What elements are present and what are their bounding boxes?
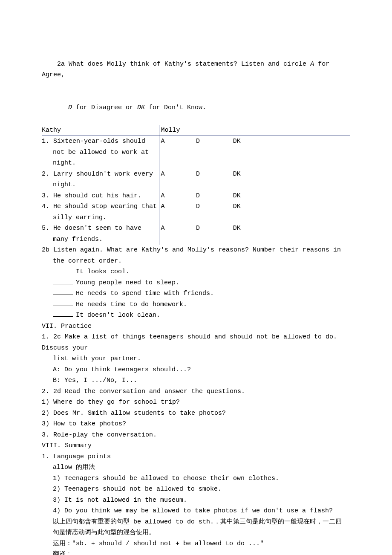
section-2a-intro-line2: D for Disagree or DK for Don't Know. [42, 91, 350, 124]
fill-blank[interactable] [53, 284, 73, 284]
kathy-statement: 4. He should stop wearing that silly ear… [42, 201, 159, 223]
blank-item: It doesn't look clean. [42, 310, 350, 321]
table-row: 1. Sixteen-year-olds should not be allow… [42, 136, 350, 169]
choice-D: D [196, 136, 233, 169]
letter-DK: DK [137, 104, 145, 111]
kathy-statement: 3. He should cut his hair. [42, 191, 159, 202]
section-2b-intro-line1: 2b Listen again. What are Kathy's and Mo… [42, 245, 350, 256]
fill-blank[interactable] [53, 295, 73, 295]
note-line2: 句是情态动词与此句型的混合使用。 [42, 527, 350, 538]
practice-heading: VII. Practice [42, 321, 350, 332]
text: for Disagree or [72, 104, 137, 111]
choice-D: D [196, 223, 233, 245]
practice-3: 3. Role-play the conversation. [42, 430, 350, 441]
kathy-statement: 2. Larry shouldn't work every night. [42, 169, 159, 191]
text: It looks cool. [76, 268, 130, 275]
table-header-row: Kathy Molly [42, 125, 350, 136]
example-3: 3) It is not allowed in the museum. [42, 495, 350, 506]
text: He needs to spend time with friends. [76, 290, 214, 297]
choice-A: A [159, 169, 196, 191]
text: 2a What does Molly think of Kathy's stat… [57, 61, 310, 68]
example-4: 4) Do you think we may be allowed to tak… [42, 506, 350, 517]
example-2: 2) Teenagers should not be allowed to sm… [42, 484, 350, 495]
practice-1-line2: list with your partner. [42, 353, 350, 364]
col-header-blank [196, 125, 233, 136]
section-2b-intro-line2: the correct order. [42, 256, 350, 267]
listening-table: Kathy Molly 1. Sixteen-year-olds should … [42, 125, 350, 245]
summary-heading: VIII. Summary [42, 440, 350, 451]
question-2: 2) Does Mr. Smith allow students to take… [42, 408, 350, 419]
text: for Don't Know. [145, 104, 206, 111]
text: It doesn't look clean. [76, 312, 160, 319]
practice-2: 2. 2d Read the conversation and answer t… [42, 386, 350, 397]
choice-D: D [196, 191, 233, 202]
dialog-a: A: Do you think teenagers should...? [42, 364, 350, 376]
blank-item: Young people need to sleep. [42, 278, 350, 289]
usage-line: 运用："sb. + should / should not + be allow… [42, 538, 350, 549]
choice-DK: DK [233, 191, 350, 202]
dialog-b: B: Yes, I .../No, I... [42, 375, 350, 386]
choice-DK: DK [233, 136, 350, 169]
translate-heading: 翻译： [42, 549, 350, 555]
document-page: 2a What does Molly think of Kathy's stat… [0, 0, 392, 555]
allow-heading: allow 的用法 [42, 462, 350, 473]
letter-D: D [68, 104, 72, 111]
language-points-heading: 1. Language points [42, 451, 350, 462]
table-row: 2. Larry shouldn't work every night. A D… [42, 169, 350, 191]
choice-A: A [159, 191, 196, 202]
choice-A: A [159, 223, 196, 245]
blank-item: He needs time to do homework. [42, 299, 350, 310]
choice-DK: DK [233, 201, 350, 223]
fill-blank[interactable] [53, 306, 73, 306]
blank-item: He needs to spend time with friends. [42, 288, 350, 299]
choice-DK: DK [233, 223, 350, 245]
text: He needs time to do homework. [76, 301, 187, 308]
table-row: 5. He doesn't seem to have many friends.… [42, 223, 350, 245]
table-row: 3. He should cut his hair. A D DK [42, 191, 350, 202]
choice-A: A [159, 136, 196, 169]
letter-A: A [310, 61, 314, 68]
blank-item: It looks cool. [42, 266, 350, 278]
question-3: 3) How to take photos? [42, 419, 350, 430]
section-2a-intro-line1: 2a What does Molly think of Kathy's stat… [42, 48, 350, 91]
note-line1: 以上四句都含有重要的句型 be allowed to do sth.，其中第三句… [42, 517, 350, 528]
kathy-statement: 1. Sixteen-year-olds should not be allow… [42, 136, 159, 169]
choice-D: D [196, 169, 233, 191]
kathy-statement: 5. He doesn't seem to have many friends. [42, 223, 159, 245]
choice-A: A [159, 201, 196, 223]
fill-blank[interactable] [53, 273, 73, 273]
col-header-kathy: Kathy [42, 125, 159, 136]
question-1: 1) Where do they go for school trip? [42, 397, 350, 408]
col-header-blank [233, 125, 350, 136]
col-header-molly: Molly [159, 125, 196, 136]
practice-1-line1: 1. 2c Make a list of things teenagers sh… [42, 332, 350, 353]
table-row: 4. He should stop wearing that silly ear… [42, 201, 350, 223]
example-1: 1) Teenagers should be allowed to choose… [42, 473, 350, 484]
choice-D: D [196, 201, 233, 223]
choice-DK: DK [233, 169, 350, 191]
text: Young people need to sleep. [76, 279, 179, 286]
fill-blank[interactable] [53, 316, 73, 317]
